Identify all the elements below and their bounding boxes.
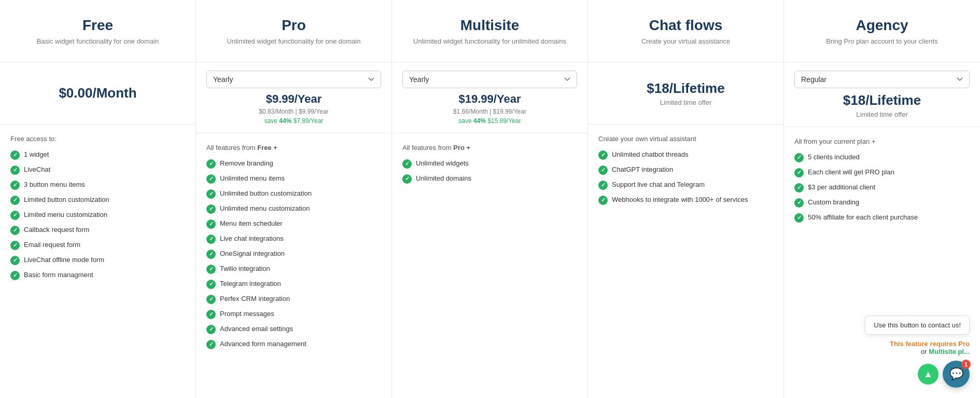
list-item: Advanced email settings [206, 324, 381, 334]
list-item: Unlimited menu items [206, 174, 381, 184]
check-icon [598, 166, 608, 175]
plan-pro-header: Pro Unlimited widget functionality for o… [196, 0, 391, 62]
plan-pro-price: $9.99/Year [266, 92, 322, 106]
plan-chatflows-billing: $18/Lifetime Limited time offer [588, 62, 783, 125]
list-item: LiveChat offline mode form [10, 255, 185, 265]
list-item: 1 widget [10, 150, 185, 160]
plan-multisite-billing: Yearly Monthly $19.99/Year $1.66/Month |… [392, 62, 587, 133]
plan-agency-header: Agency Bring Pro plan account to your cl… [784, 0, 980, 62]
plan-free-price: $0.00/Month [59, 85, 136, 101]
pricing-grid: Free Basic widget functionality for one … [0, 0, 980, 398]
list-item: Custom branding [794, 198, 970, 208]
plan-pro-subtitle: Unlimited widget functionality for one d… [227, 37, 361, 46]
check-icon [10, 196, 20, 205]
plan-agency-billing: Regular Yearly $18/Lifetime Limited time… [784, 62, 980, 127]
plan-pro-billing: Yearly Monthly $9.99/Year $0.83/Month | … [196, 62, 391, 133]
plan-free-features: Free access to: 1 widget LiveChat 3 butt… [0, 125, 195, 398]
plan-chatflows-features: Create your own virtual assistant Unlimi… [588, 125, 783, 398]
plan-chatflows-subtitle: Create your virtual assistance [641, 37, 730, 46]
list-item: LiveChat [10, 165, 185, 175]
list-item: Unlimited menu customization [206, 204, 381, 214]
plan-multisite-title: Multisite [460, 17, 520, 34]
check-icon [206, 295, 216, 304]
scroll-up-button[interactable]: ▲ [918, 364, 939, 385]
check-icon [402, 174, 412, 184]
check-icon [10, 241, 20, 250]
list-item: Limited button customization [10, 195, 185, 205]
list-item: 50% affiliate for each client purchase [794, 213, 970, 223]
check-icon [206, 174, 216, 184]
check-icon [598, 196, 608, 205]
plan-agency-features-header: All from your current plan + [794, 138, 970, 145]
list-item: Advanced form management [206, 339, 381, 349]
list-item: Limited menu customization [10, 210, 185, 220]
check-icon [10, 226, 20, 235]
check-icon [794, 183, 804, 193]
list-item: Unlimited widgets [402, 159, 577, 169]
list-item: 3 button menu items [10, 180, 185, 190]
plan-multisite-header: Multisite Unlimited widget functionality… [392, 0, 587, 62]
list-item: Unlimited chatbot threads [598, 150, 773, 160]
multisite-billing-select[interactable]: Yearly Monthly [402, 71, 577, 88]
check-icon [206, 219, 216, 229]
list-item: Prompt messages [206, 309, 381, 319]
check-icon [10, 181, 20, 190]
plan-pro-features: All features from Free + Remove branding… [196, 133, 391, 398]
list-item: Basic form managment [10, 270, 185, 280]
feature-notice: This feature requires Pro or Multisite p… [890, 340, 970, 355]
plan-pro: Pro Unlimited widget functionality for o… [196, 0, 392, 398]
plan-free-title: Free [82, 17, 113, 34]
list-item: Live chat integrations [206, 234, 381, 244]
check-icon [10, 211, 20, 220]
list-item: Twilio integration [206, 264, 381, 274]
check-icon [794, 198, 804, 208]
plan-free-billing: $0.00/Month [0, 62, 195, 125]
list-item: 5 clients included [794, 153, 970, 162]
list-item: Remove branding [206, 159, 381, 169]
plan-free: Free Basic widget functionality for one … [0, 0, 196, 398]
floating-bottom: Use this button to contact us! This feat… [865, 315, 970, 388]
plan-agency-subtitle: Bring Pro plan account to your clients [826, 37, 937, 46]
check-icon [794, 213, 804, 223]
list-item: Unlimited domains [402, 174, 577, 184]
plan-chatflows-features-header: Create your own virtual assistant [598, 135, 773, 143]
check-icon [206, 340, 216, 349]
check-icon [206, 265, 216, 274]
list-item: Menu item scheduler [206, 219, 381, 229]
check-icon [206, 325, 216, 334]
list-item: Email request form [10, 240, 185, 250]
plan-multisite-price: $19.99/Year [459, 92, 521, 106]
check-icon [206, 159, 216, 169]
check-icon [598, 150, 608, 160]
plan-multisite-price-breakdown: $1.66/Month | $19.99/Year [453, 108, 526, 115]
check-icon [206, 310, 216, 319]
plan-free-subtitle: Basic widget functionality for one domai… [37, 37, 159, 46]
list-item: $3 per additional client [794, 183, 970, 193]
plan-chatflows-header: Chat flows Create your virtual assistanc… [588, 0, 783, 62]
check-icon [10, 166, 20, 175]
plan-free-header: Free Basic widget functionality for one … [0, 0, 195, 62]
plan-multisite-features: All features from Pro + Unlimited widget… [392, 133, 587, 398]
check-icon [794, 168, 804, 177]
list-item: Perfex CRM integration [206, 294, 381, 304]
check-icon [206, 250, 216, 259]
check-icon [402, 159, 412, 169]
list-item: OneSignal integration [206, 249, 381, 259]
plan-chatflows-price-label: Limited time offer [660, 99, 711, 106]
pro-billing-select[interactable]: Yearly Monthly [206, 71, 381, 88]
plan-agency-price: $18/Lifetime [843, 92, 921, 108]
list-item: Each client will get PRO plan [794, 168, 970, 177]
list-item: ChatGPT integration [598, 165, 773, 175]
list-item: Unlimited button customization [206, 189, 381, 199]
plan-agency-price-label: Limited time offer [856, 111, 907, 118]
plan-multisite-subtitle: Unlimited widget functionality for unlim… [413, 37, 566, 46]
check-icon [206, 235, 216, 244]
check-icon [10, 150, 20, 160]
chat-button[interactable]: 1 [943, 361, 970, 388]
agency-billing-select[interactable]: Regular Yearly [794, 71, 970, 88]
list-item: Support live chat and Telegram [598, 180, 773, 190]
check-icon [206, 189, 216, 199]
plan-pro-title: Pro [282, 17, 306, 34]
check-icon [794, 153, 804, 162]
plan-chatflows: Chat flows Create your virtual assistanc… [588, 0, 784, 398]
